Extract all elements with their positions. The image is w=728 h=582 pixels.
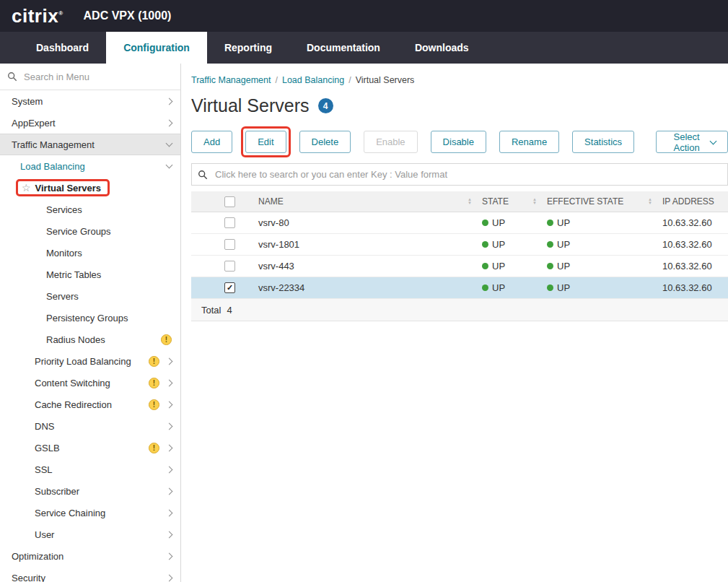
sidebar-item-label: System	[12, 96, 43, 107]
state-text: UP	[492, 217, 505, 228]
sidebar-item-gslb[interactable]: GSLB!	[0, 437, 180, 459]
tab-configuration[interactable]: Configuration	[106, 32, 207, 64]
citrix-logo: citrix®	[12, 5, 63, 27]
state-text: UP	[492, 282, 505, 293]
sidebar-item-traffic-management[interactable]: Traffic Management	[0, 134, 180, 155]
sidebar-item-monitors[interactable]: Monitors	[0, 242, 180, 264]
sidebar-item-security[interactable]: Security	[0, 567, 180, 582]
chevron-right-icon[interactable]	[166, 466, 173, 473]
ip-address-cell: 10.63.32.60	[662, 239, 728, 250]
sort-icon[interactable]	[532, 198, 537, 205]
checkbox-cell	[191, 217, 258, 228]
main-content: Traffic Management/Load Balancing/Virtua…	[181, 64, 728, 582]
chevron-down-icon[interactable]	[166, 140, 173, 147]
sidebar-menu: SystemAppExpertTraffic ManagementLoad Ba…	[0, 90, 180, 582]
chevron-right-icon[interactable]	[166, 422, 173, 430]
breadcrumb-item-virtual-servers: Virtual Servers	[356, 75, 415, 85]
state-cell: UP	[482, 239, 547, 250]
app-title: ADC VPX (1000)	[84, 9, 172, 22]
chevron-right-icon[interactable]	[166, 444, 173, 451]
chevron-right-icon[interactable]	[166, 487, 173, 495]
chevron-right-icon[interactable]	[166, 401, 173, 408]
sidebar-item-service-chaining[interactable]: Service Chaining	[0, 502, 180, 524]
disable-button[interactable]: Disable	[431, 131, 486, 153]
sidebar-item-icons	[167, 467, 180, 472]
sidebar-item-subscriber[interactable]: Subscriber	[0, 480, 180, 502]
sidebar-item-ssl[interactable]: SSL	[0, 459, 180, 480]
column-header-name[interactable]: NAME	[258, 196, 482, 207]
edit-button[interactable]: Edit	[245, 131, 286, 153]
table-search-input[interactable]	[214, 168, 722, 181]
breadcrumb-item-load-balancing[interactable]: Load Balancing	[282, 75, 344, 85]
sidebar-item-label: Load Balancing	[20, 161, 85, 172]
sort-icon[interactable]	[648, 198, 652, 205]
sort-icon[interactable]	[468, 198, 472, 205]
chevron-right-icon[interactable]	[166, 531, 173, 538]
enable-button[interactable]: Enable	[364, 131, 417, 153]
chevron-down-icon[interactable]	[166, 162, 173, 169]
column-header-effective-state[interactable]: EFFECTIVE STATE	[547, 196, 662, 207]
select-action-label: Select Action	[668, 131, 705, 153]
chevron-right-icon[interactable]	[166, 379, 173, 386]
toolbar: AddEditDeleteEnableDisableRenameStatisti…	[191, 131, 728, 153]
sidebar-item-service-groups[interactable]: Service Groups	[0, 220, 180, 242]
column-header-ip-address[interactable]: IP ADDRESS	[662, 196, 728, 207]
sidebar-item-label: Content Switching	[35, 378, 110, 388]
tab-downloads[interactable]: Downloads	[398, 32, 486, 64]
chevron-right-icon[interactable]	[166, 119, 173, 126]
column-label: STATE	[482, 196, 509, 207]
table-row-vsrv-443[interactable]: vsrv-443UPUP10.63.32.60	[191, 256, 728, 277]
sidebar-item-appexpert[interactable]: AppExpert	[0, 112, 180, 134]
sidebar-item-priority-load-balancing[interactable]: Priority Load Balancing!	[0, 350, 180, 372]
sidebar-item-label: Optimization	[12, 551, 63, 562]
name-cell: vsrv-443	[258, 261, 482, 272]
add-button[interactable]: Add	[191, 131, 232, 153]
column-header-state[interactable]: STATE	[482, 196, 547, 207]
virtual-servers-table: NAMESTATEEFFECTIVE STATEIP ADDRESS vsrv-…	[191, 191, 728, 321]
chevron-right-icon[interactable]	[166, 357, 173, 365]
delete-button[interactable]: Delete	[299, 131, 351, 153]
ip-address-cell: 10.63.32.60	[662, 282, 728, 293]
sidebar-item-radius-nodes[interactable]: Radius Nodes!	[0, 329, 180, 350]
row-checkbox[interactable]	[224, 217, 235, 228]
sidebar-item-dns[interactable]: DNS	[0, 415, 180, 437]
logo-text: citrix	[12, 5, 58, 27]
effective-state-cell: UP	[547, 239, 662, 250]
status-up-dot	[547, 263, 553, 269]
table-row-vsrv-80[interactable]: vsrv-80UPUP10.63.32.60	[191, 212, 728, 234]
sidebar-item-cache-redirection[interactable]: Cache Redirection!	[0, 394, 180, 415]
statistics-button[interactable]: Statistics	[572, 131, 634, 153]
chevron-right-icon[interactable]	[166, 552, 173, 560]
sidebar-item-user[interactable]: User	[0, 524, 180, 545]
sidebar-item-content-switching[interactable]: Content Switching!	[0, 372, 180, 394]
row-checkbox[interactable]: ✓	[224, 282, 235, 293]
sidebar-item-label: User	[35, 529, 54, 540]
chevron-right-icon[interactable]	[166, 574, 173, 581]
select-all-checkbox[interactable]	[224, 196, 235, 207]
sidebar-item-services[interactable]: Services	[0, 199, 180, 220]
tab-reporting[interactable]: Reporting	[207, 32, 289, 64]
column-label: NAME	[258, 196, 284, 207]
table-search[interactable]	[191, 163, 728, 186]
sidebar-item-virtual-servers[interactable]: ☆Virtual Servers	[0, 177, 180, 199]
row-checkbox[interactable]	[224, 261, 235, 272]
tab-documentation[interactable]: Documentation	[289, 32, 398, 64]
sidebar-item-optimization[interactable]: Optimization	[0, 545, 180, 567]
table-row-vsrv-22334[interactable]: ✓vsrv-22334UPUP10.63.32.60	[191, 277, 728, 299]
sidebar-item-servers[interactable]: Servers	[0, 285, 180, 307]
total-value: 4	[227, 305, 232, 316]
row-checkbox[interactable]	[224, 239, 235, 250]
chevron-right-icon[interactable]	[166, 509, 173, 516]
column-label: EFFECTIVE STATE	[547, 196, 623, 207]
sidebar-item-system[interactable]: System	[0, 90, 180, 112]
sidebar-search[interactable]: Search in Menu	[0, 64, 180, 90]
select-action-button[interactable]: Select Action	[656, 131, 728, 153]
sidebar-item-persistency-groups[interactable]: Persistency Groups	[0, 307, 180, 329]
chevron-right-icon[interactable]	[166, 97, 173, 105]
sidebar-item-load-balancing[interactable]: Load Balancing	[0, 155, 180, 177]
breadcrumb-item-traffic-management[interactable]: Traffic Management	[191, 75, 271, 85]
rename-button[interactable]: Rename	[499, 131, 559, 153]
sidebar-item-metric-tables[interactable]: Metric Tables	[0, 264, 180, 285]
table-row-vsrv-1801[interactable]: vsrv-1801UPUP10.63.32.60	[191, 234, 728, 256]
tab-dashboard[interactable]: Dashboard	[19, 32, 106, 64]
